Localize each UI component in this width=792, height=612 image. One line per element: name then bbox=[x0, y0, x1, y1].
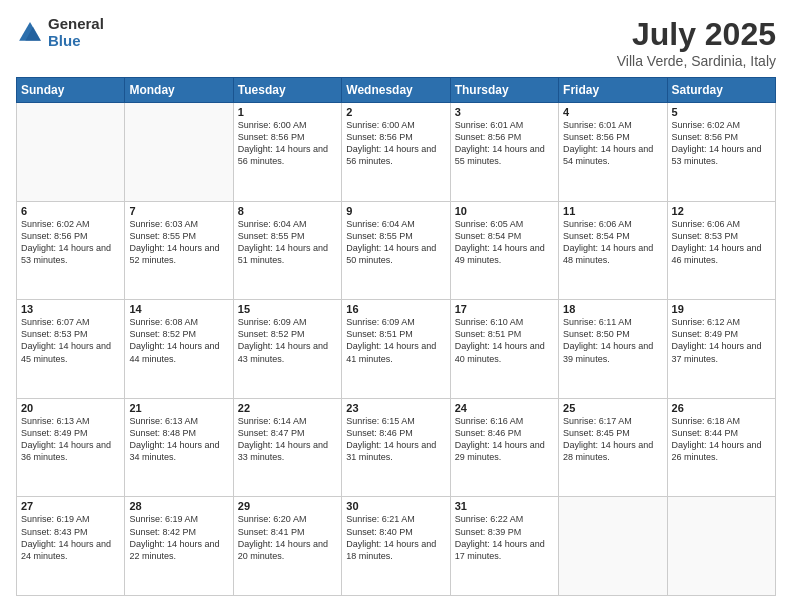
calendar-cell: 30Sunrise: 6:21 AM Sunset: 8:40 PM Dayli… bbox=[342, 497, 450, 596]
calendar-cell: 3Sunrise: 6:01 AM Sunset: 8:56 PM Daylig… bbox=[450, 103, 558, 202]
calendar-cell: 17Sunrise: 6:10 AM Sunset: 8:51 PM Dayli… bbox=[450, 300, 558, 399]
day-number: 20 bbox=[21, 402, 120, 414]
day-info: Sunrise: 6:04 AM Sunset: 8:55 PM Dayligh… bbox=[346, 218, 445, 267]
day-number: 31 bbox=[455, 500, 554, 512]
calendar-header-day: Thursday bbox=[450, 78, 558, 103]
day-info: Sunrise: 6:02 AM Sunset: 8:56 PM Dayligh… bbox=[672, 119, 771, 168]
calendar-cell: 18Sunrise: 6:11 AM Sunset: 8:50 PM Dayli… bbox=[559, 300, 667, 399]
day-info: Sunrise: 6:22 AM Sunset: 8:39 PM Dayligh… bbox=[455, 513, 554, 562]
main-title: July 2025 bbox=[617, 16, 776, 53]
logo: General Blue bbox=[16, 16, 104, 49]
day-number: 3 bbox=[455, 106, 554, 118]
calendar-cell: 23Sunrise: 6:15 AM Sunset: 8:46 PM Dayli… bbox=[342, 398, 450, 497]
day-info: Sunrise: 6:13 AM Sunset: 8:49 PM Dayligh… bbox=[21, 415, 120, 464]
day-number: 17 bbox=[455, 303, 554, 315]
day-info: Sunrise: 6:19 AM Sunset: 8:42 PM Dayligh… bbox=[129, 513, 228, 562]
calendar-cell: 24Sunrise: 6:16 AM Sunset: 8:46 PM Dayli… bbox=[450, 398, 558, 497]
day-info: Sunrise: 6:05 AM Sunset: 8:54 PM Dayligh… bbox=[455, 218, 554, 267]
calendar-week-row: 27Sunrise: 6:19 AM Sunset: 8:43 PM Dayli… bbox=[17, 497, 776, 596]
day-info: Sunrise: 6:16 AM Sunset: 8:46 PM Dayligh… bbox=[455, 415, 554, 464]
day-number: 19 bbox=[672, 303, 771, 315]
subtitle: Villa Verde, Sardinia, Italy bbox=[617, 53, 776, 69]
day-info: Sunrise: 6:02 AM Sunset: 8:56 PM Dayligh… bbox=[21, 218, 120, 267]
day-number: 11 bbox=[563, 205, 662, 217]
day-number: 13 bbox=[21, 303, 120, 315]
calendar-week-row: 20Sunrise: 6:13 AM Sunset: 8:49 PM Dayli… bbox=[17, 398, 776, 497]
day-info: Sunrise: 6:20 AM Sunset: 8:41 PM Dayligh… bbox=[238, 513, 337, 562]
calendar-cell: 20Sunrise: 6:13 AM Sunset: 8:49 PM Dayli… bbox=[17, 398, 125, 497]
day-number: 28 bbox=[129, 500, 228, 512]
calendar-cell: 31Sunrise: 6:22 AM Sunset: 8:39 PM Dayli… bbox=[450, 497, 558, 596]
calendar-header-day: Saturday bbox=[667, 78, 775, 103]
day-number: 22 bbox=[238, 402, 337, 414]
day-number: 26 bbox=[672, 402, 771, 414]
day-number: 21 bbox=[129, 402, 228, 414]
calendar-cell: 6Sunrise: 6:02 AM Sunset: 8:56 PM Daylig… bbox=[17, 201, 125, 300]
day-number: 9 bbox=[346, 205, 445, 217]
day-info: Sunrise: 6:09 AM Sunset: 8:51 PM Dayligh… bbox=[346, 316, 445, 365]
calendar-header-day: Sunday bbox=[17, 78, 125, 103]
calendar-header-day: Tuesday bbox=[233, 78, 341, 103]
day-info: Sunrise: 6:06 AM Sunset: 8:53 PM Dayligh… bbox=[672, 218, 771, 267]
day-info: Sunrise: 6:06 AM Sunset: 8:54 PM Dayligh… bbox=[563, 218, 662, 267]
logo-blue: Blue bbox=[48, 33, 104, 50]
day-number: 25 bbox=[563, 402, 662, 414]
calendar-header-day: Monday bbox=[125, 78, 233, 103]
day-info: Sunrise: 6:00 AM Sunset: 8:56 PM Dayligh… bbox=[346, 119, 445, 168]
calendar-table: SundayMondayTuesdayWednesdayThursdayFrid… bbox=[16, 77, 776, 596]
calendar-week-row: 6Sunrise: 6:02 AM Sunset: 8:56 PM Daylig… bbox=[17, 201, 776, 300]
day-info: Sunrise: 6:15 AM Sunset: 8:46 PM Dayligh… bbox=[346, 415, 445, 464]
calendar-cell: 5Sunrise: 6:02 AM Sunset: 8:56 PM Daylig… bbox=[667, 103, 775, 202]
calendar-cell: 2Sunrise: 6:00 AM Sunset: 8:56 PM Daylig… bbox=[342, 103, 450, 202]
calendar-cell: 9Sunrise: 6:04 AM Sunset: 8:55 PM Daylig… bbox=[342, 201, 450, 300]
day-info: Sunrise: 6:14 AM Sunset: 8:47 PM Dayligh… bbox=[238, 415, 337, 464]
calendar-cell: 7Sunrise: 6:03 AM Sunset: 8:55 PM Daylig… bbox=[125, 201, 233, 300]
day-info: Sunrise: 6:11 AM Sunset: 8:50 PM Dayligh… bbox=[563, 316, 662, 365]
day-number: 30 bbox=[346, 500, 445, 512]
calendar-cell bbox=[17, 103, 125, 202]
calendar-cell: 15Sunrise: 6:09 AM Sunset: 8:52 PM Dayli… bbox=[233, 300, 341, 399]
day-number: 14 bbox=[129, 303, 228, 315]
calendar-cell: 28Sunrise: 6:19 AM Sunset: 8:42 PM Dayli… bbox=[125, 497, 233, 596]
day-number: 16 bbox=[346, 303, 445, 315]
day-info: Sunrise: 6:12 AM Sunset: 8:49 PM Dayligh… bbox=[672, 316, 771, 365]
calendar-cell: 25Sunrise: 6:17 AM Sunset: 8:45 PM Dayli… bbox=[559, 398, 667, 497]
day-info: Sunrise: 6:03 AM Sunset: 8:55 PM Dayligh… bbox=[129, 218, 228, 267]
day-number: 23 bbox=[346, 402, 445, 414]
day-info: Sunrise: 6:04 AM Sunset: 8:55 PM Dayligh… bbox=[238, 218, 337, 267]
day-number: 7 bbox=[129, 205, 228, 217]
logo-general: General bbox=[48, 16, 104, 33]
calendar-cell: 27Sunrise: 6:19 AM Sunset: 8:43 PM Dayli… bbox=[17, 497, 125, 596]
calendar-cell: 8Sunrise: 6:04 AM Sunset: 8:55 PM Daylig… bbox=[233, 201, 341, 300]
day-number: 15 bbox=[238, 303, 337, 315]
day-info: Sunrise: 6:19 AM Sunset: 8:43 PM Dayligh… bbox=[21, 513, 120, 562]
calendar-cell: 14Sunrise: 6:08 AM Sunset: 8:52 PM Dayli… bbox=[125, 300, 233, 399]
day-info: Sunrise: 6:13 AM Sunset: 8:48 PM Dayligh… bbox=[129, 415, 228, 464]
calendar-week-row: 1Sunrise: 6:00 AM Sunset: 8:56 PM Daylig… bbox=[17, 103, 776, 202]
day-info: Sunrise: 6:00 AM Sunset: 8:56 PM Dayligh… bbox=[238, 119, 337, 168]
calendar-cell: 29Sunrise: 6:20 AM Sunset: 8:41 PM Dayli… bbox=[233, 497, 341, 596]
day-number: 27 bbox=[21, 500, 120, 512]
calendar-cell: 11Sunrise: 6:06 AM Sunset: 8:54 PM Dayli… bbox=[559, 201, 667, 300]
day-number: 24 bbox=[455, 402, 554, 414]
calendar-header-day: Wednesday bbox=[342, 78, 450, 103]
calendar-header-row: SundayMondayTuesdayWednesdayThursdayFrid… bbox=[17, 78, 776, 103]
calendar-cell: 26Sunrise: 6:18 AM Sunset: 8:44 PM Dayli… bbox=[667, 398, 775, 497]
calendar-cell: 21Sunrise: 6:13 AM Sunset: 8:48 PM Dayli… bbox=[125, 398, 233, 497]
day-info: Sunrise: 6:01 AM Sunset: 8:56 PM Dayligh… bbox=[563, 119, 662, 168]
day-info: Sunrise: 6:21 AM Sunset: 8:40 PM Dayligh… bbox=[346, 513, 445, 562]
header: General Blue July 2025 Villa Verde, Sard… bbox=[16, 16, 776, 69]
day-info: Sunrise: 6:18 AM Sunset: 8:44 PM Dayligh… bbox=[672, 415, 771, 464]
day-info: Sunrise: 6:17 AM Sunset: 8:45 PM Dayligh… bbox=[563, 415, 662, 464]
day-number: 29 bbox=[238, 500, 337, 512]
day-number: 18 bbox=[563, 303, 662, 315]
day-number: 8 bbox=[238, 205, 337, 217]
calendar-header-day: Friday bbox=[559, 78, 667, 103]
calendar-week-row: 13Sunrise: 6:07 AM Sunset: 8:53 PM Dayli… bbox=[17, 300, 776, 399]
day-number: 6 bbox=[21, 205, 120, 217]
title-block: July 2025 Villa Verde, Sardinia, Italy bbox=[617, 16, 776, 69]
day-info: Sunrise: 6:10 AM Sunset: 8:51 PM Dayligh… bbox=[455, 316, 554, 365]
calendar-cell: 16Sunrise: 6:09 AM Sunset: 8:51 PM Dayli… bbox=[342, 300, 450, 399]
day-number: 4 bbox=[563, 106, 662, 118]
day-number: 1 bbox=[238, 106, 337, 118]
